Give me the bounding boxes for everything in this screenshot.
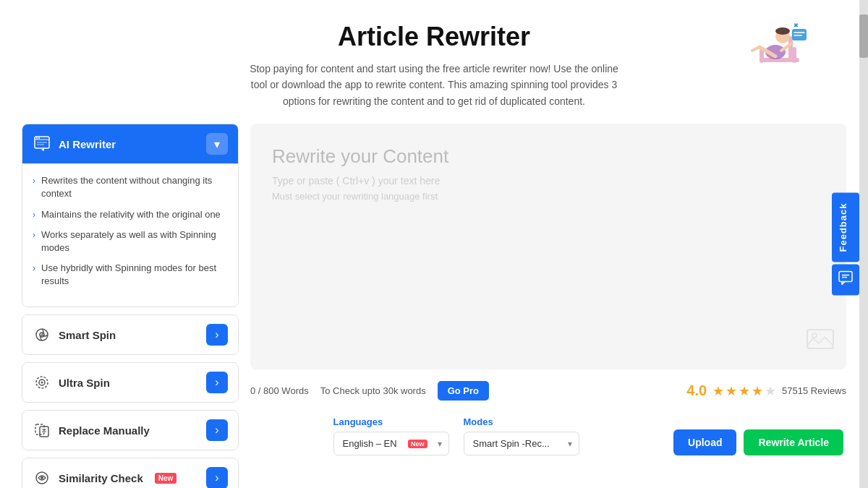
- stars: ★ ★ ★ ★ ★: [712, 383, 776, 399]
- svg-point-6: [775, 27, 790, 35]
- mode-select-wrapper: Smart Spin -Rec...: [464, 432, 579, 455]
- sidebar-item-replace-manually-left: Replace Manually: [33, 421, 150, 440]
- languages-label: Languages: [333, 416, 449, 427]
- modes-group: Modes Smart Spin -Rec...: [464, 416, 579, 455]
- svg-point-16: [36, 137, 38, 139]
- feedback-icon-button[interactable]: [832, 265, 859, 296]
- smart-spin-icon: [33, 325, 51, 344]
- editor-box[interactable]: Rewrite your Content Type or paste ( Ctr…: [250, 124, 846, 369]
- ultra-spin-chevron[interactable]: ›: [206, 372, 228, 393]
- word-count: 0 / 800 Words: [250, 385, 309, 396]
- chevron-right-icon: ›: [33, 209, 35, 221]
- svg-point-30: [41, 476, 43, 479]
- rewrite-article-button[interactable]: Rewrite Article: [744, 429, 843, 455]
- sidebar-item-smart-spin: Smart Spin ›: [22, 314, 239, 355]
- chevron-right-icon: ›: [33, 229, 35, 241]
- bottom-controls: Languages English – EN New Modes Smart S…: [250, 416, 846, 455]
- ai-rewriter-icon: [33, 134, 51, 153]
- sidebar-item-similarity-check-left: Similarity Check New: [33, 468, 176, 487]
- svg-line-8: [752, 47, 760, 51]
- replace-manually-label: Replace Manually: [59, 424, 150, 437]
- svg-point-17: [38, 137, 40, 139]
- sidebar-item-ai-rewriter-body: › Rewrites the content without changing …: [22, 163, 238, 307]
- mode-select[interactable]: Smart Spin -Rec...: [464, 432, 579, 455]
- sidebar-item-ai-rewriter-header[interactable]: AI Rewriter ▾: [22, 124, 238, 163]
- sidebar: AI Rewriter ▾ › Rewrites the content wit…: [22, 124, 239, 488]
- smart-spin-label: Smart Spin: [59, 329, 116, 341]
- ai-rewriter-features: › Rewrites the content without changing …: [33, 174, 228, 288]
- languages-group: Languages English – EN New: [333, 416, 449, 455]
- feature-text: Works separately as well as with Spinnin…: [41, 228, 228, 254]
- star-4: ★: [752, 383, 763, 399]
- sidebar-item-replace-manually: Replace Manually ›: [22, 410, 239, 450]
- svg-point-24: [41, 382, 43, 384]
- sidebar-item-ai-rewriter: AI Rewriter ▾ › Rewrites the content wit…: [22, 124, 239, 307]
- editor-placeholder-text: Type or paste ( Ctrl+v ) your text here: [272, 175, 825, 187]
- similarity-check-icon: [33, 468, 51, 487]
- feature-item: › Maintains the relativity with the orig…: [33, 208, 228, 221]
- sidebar-item-similarity-check: Similarity Check New ›: [22, 458, 239, 488]
- sidebar-item-ai-rewriter-left: AI Rewriter: [33, 134, 116, 153]
- svg-rect-31: [807, 330, 833, 348]
- similarity-check-chevron[interactable]: ›: [206, 467, 228, 488]
- sidebar-item-replace-manually-header[interactable]: Replace Manually ›: [22, 411, 238, 450]
- feedback-tab: Feedback: [832, 192, 859, 296]
- header-illustration: ✖: [745, 7, 810, 80]
- page-header: Article Rewriter Stop paying for content…: [0, 0, 868, 124]
- sidebar-item-smart-spin-header[interactable]: Smart Spin ›: [22, 315, 238, 354]
- replace-manually-chevron[interactable]: ›: [206, 419, 228, 441]
- ultra-spin-icon: [33, 373, 51, 392]
- svg-rect-3: [788, 36, 793, 59]
- editor-placeholder-warning: Must select your rewriting language firs…: [272, 191, 825, 202]
- upload-button[interactable]: Upload: [673, 429, 736, 455]
- feature-item: › Works separately as well as with Spinn…: [33, 228, 228, 254]
- svg-text:✖: ✖: [793, 22, 799, 29]
- scrollbar[interactable]: [859, 0, 868, 488]
- pro-hint: To Check upto 30k words: [320, 385, 426, 396]
- sidebar-item-similarity-check-header[interactable]: Similarity Check New ›: [22, 458, 238, 488]
- ultra-spin-label: Ultra Spin: [59, 377, 110, 389]
- lang-modes-group: Languages English – EN New Modes Smart S…: [253, 416, 659, 455]
- svg-rect-33: [839, 272, 852, 282]
- feedback-button[interactable]: Feedback: [832, 192, 859, 262]
- star-5: ★: [765, 383, 776, 399]
- go-pro-button[interactable]: Go Pro: [438, 381, 489, 401]
- rating-area: 4.0 ★ ★ ★ ★ ★ 57515 Reviews: [686, 382, 846, 399]
- chevron-right-icon: ›: [33, 262, 35, 275]
- editor-image-icon: [806, 324, 835, 358]
- sidebar-item-ultra-spin-left: Ultra Spin: [33, 373, 110, 392]
- ai-rewriter-label: AI Rewriter: [59, 138, 116, 150]
- page-title: Article Rewriter: [14, 22, 854, 52]
- scrollbar-thumb[interactable]: [859, 14, 868, 58]
- content-area: Rewrite your Content Type or paste ( Ctr…: [250, 124, 846, 488]
- rating-score: 4.0: [686, 382, 707, 399]
- feature-text: Use hybridly with Spinning modes for bes…: [41, 262, 228, 288]
- main-layout: AI Rewriter ▾ › Rewrites the content wit…: [7, 124, 861, 488]
- header-description: Stop paying for content and start using …: [246, 61, 622, 109]
- similarity-check-badge: New: [155, 473, 177, 484]
- sidebar-item-smart-spin-left: Smart Spin: [33, 325, 116, 344]
- modes-label: Modes: [464, 416, 579, 427]
- similarity-check-label: Similarity Check: [59, 472, 143, 484]
- svg-point-32: [812, 333, 817, 338]
- feature-text: Maintains the relativity with the origin…: [41, 208, 221, 221]
- feature-text: Rewrites the content without changing it…: [41, 174, 228, 200]
- svg-rect-10: [792, 29, 807, 40]
- language-new-badge: New: [408, 440, 427, 448]
- star-3: ★: [739, 383, 750, 399]
- review-count: 57515 Reviews: [782, 385, 846, 396]
- feature-item: › Use hybridly with Spinning modes for b…: [33, 262, 228, 288]
- action-buttons: Upload Rewrite Article: [673, 429, 843, 455]
- sidebar-item-ultra-spin-header[interactable]: Ultra Spin ›: [22, 363, 238, 402]
- star-1: ★: [712, 383, 724, 399]
- chevron-right-icon: ›: [33, 175, 35, 187]
- feature-item: › Rewrites the content without changing …: [33, 174, 228, 200]
- language-select-wrapper: English – EN New: [333, 432, 449, 455]
- star-2: ★: [726, 383, 737, 399]
- smart-spin-chevron[interactable]: ›: [206, 324, 228, 346]
- word-count-bar: 0 / 800 Words To Check upto 30k words Go…: [250, 377, 846, 405]
- language-select[interactable]: English – EN: [333, 432, 449, 455]
- ai-rewriter-chevron[interactable]: ▾: [206, 133, 228, 155]
- sidebar-item-ultra-spin: Ultra Spin ›: [22, 362, 239, 403]
- replace-manually-icon: [33, 421, 51, 440]
